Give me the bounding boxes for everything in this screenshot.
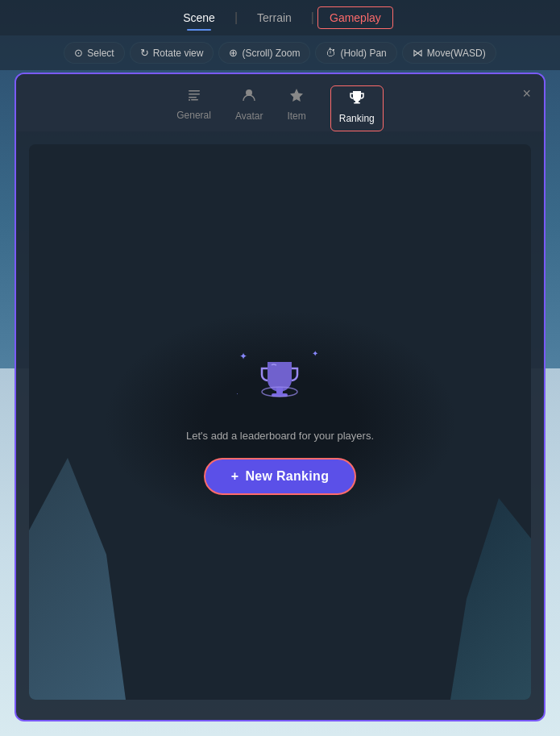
svg-rect-1	[189, 94, 200, 95]
tab-avatar[interactable]: Avatar	[235, 87, 263, 130]
gameplay-panel: General Avatar Item	[15, 73, 545, 721]
svg-rect-2	[189, 97, 197, 98]
toolbar-scroll-zoom[interactable]: ⊕ (Scroll) Zoom	[218, 42, 310, 64]
svg-rect-0	[189, 90, 200, 92]
trophy-illustration: ✦ ✦ ·	[247, 349, 312, 414]
toolbar: ⊙ Select ↻ Rotate view ⊕ (Scroll) Zoom ⏱…	[0, 35, 560, 70]
avatar-icon	[241, 87, 257, 107]
close-button[interactable]: ×	[522, 85, 531, 102]
panel-content: ✦ ✦ ·	[16, 131, 544, 713]
nav-terrain[interactable]: Terrain	[241, 5, 308, 31]
item-star-icon	[288, 87, 305, 107]
toolbar-hold-pan[interactable]: ⏱ (Hold) Pan	[315, 42, 396, 64]
plus-icon: +	[231, 469, 239, 484]
toolbar-select[interactable]: ⊙ Select	[64, 42, 124, 64]
tab-general[interactable]: General	[176, 88, 211, 129]
content-area: ✦ ✦ ·	[29, 144, 531, 700]
move-icon: ⋈	[413, 47, 423, 59]
terrain-decoration-left	[29, 458, 126, 700]
svg-point-3	[189, 99, 190, 101]
nav-scene[interactable]: Scene	[167, 5, 231, 31]
top-navigation: Scene | Terrain | Gameplay	[0, 0, 560, 35]
svg-rect-7	[355, 100, 359, 102]
select-icon: ⊙	[74, 47, 83, 59]
nav-divider-2: |	[311, 10, 314, 25]
sparkle-icon-1: ✦	[239, 351, 247, 362]
tab-item[interactable]: Item	[287, 87, 305, 130]
general-icon	[187, 88, 201, 106]
empty-state-text: Let's add a leaderboard for your players…	[186, 430, 374, 442]
toolbar-move-wasd[interactable]: ⋈ Move(WASD)	[402, 42, 496, 64]
svg-rect-8	[354, 102, 360, 104]
panel-header: General Avatar Item	[16, 74, 544, 131]
ranking-trophy-icon	[349, 89, 365, 110]
terrain-decoration-right	[450, 498, 531, 700]
nav-gameplay[interactable]: Gameplay	[317, 6, 393, 29]
rotate-icon: ↻	[140, 47, 149, 59]
svg-marker-6	[290, 89, 303, 102]
zoom-icon: ⊕	[229, 47, 238, 59]
nav-divider-1: |	[234, 10, 238, 25]
empty-state-container: ✦ ✦ ·	[186, 349, 374, 495]
new-ranking-button[interactable]: + New Ranking	[204, 458, 356, 495]
svg-rect-9	[276, 387, 283, 393]
sparkle-icon-2: ✦	[312, 349, 318, 358]
pan-icon: ⏱	[326, 47, 336, 59]
tab-ranking[interactable]: Ranking	[330, 85, 384, 131]
sparkle-icon-3: ·	[236, 390, 238, 397]
toolbar-rotate-view[interactable]: ↻ Rotate view	[130, 42, 214, 64]
new-ranking-label: New Ranking	[245, 469, 329, 484]
svg-rect-4	[191, 99, 198, 101]
